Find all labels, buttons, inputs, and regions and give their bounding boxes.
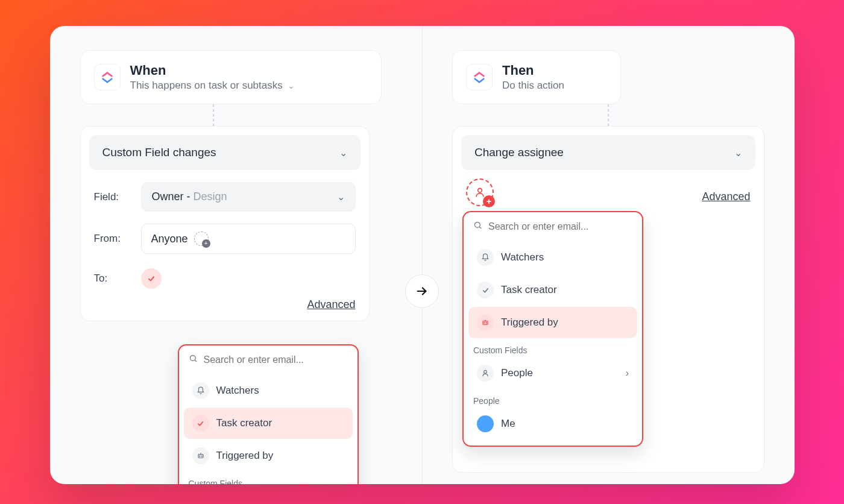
clickup-logo-icon [466, 64, 493, 90]
clickup-logo-icon [94, 64, 121, 90]
dropdown-item-label: Watchers [501, 251, 544, 263]
dropdown-item-watchers[interactable]: Watchers [468, 242, 637, 273]
svg-point-5 [201, 456, 202, 456]
field-row: Field: Owner - Design ⌄ [81, 178, 369, 215]
search-input[interactable] [488, 221, 632, 232]
dropdown-item-label: Task creator [501, 284, 557, 296]
action-panel: Change assignee ⌄ Advanced [452, 126, 764, 473]
dropdown-item-label: Triggered by [501, 317, 558, 329]
dropdown-item-label: Task creator [216, 417, 272, 429]
search-input[interactable] [204, 354, 348, 365]
svg-point-1 [190, 356, 195, 361]
dropdown-item-task-creator[interactable]: Task creator [184, 408, 353, 439]
dropdown-item-label: People [501, 367, 533, 379]
dropdown-item-task-creator[interactable]: Task creator [468, 274, 637, 306]
bell-icon [192, 382, 209, 399]
when-title: When [130, 63, 295, 78]
to-selected-check-icon[interactable] [141, 268, 162, 289]
when-header-card: When This happens on task or subtasks ⌄ [80, 50, 382, 104]
avatar [477, 415, 494, 432]
trigger-panel: Custom Field changes ⌄ Field: Owner - De… [80, 126, 370, 321]
bell-icon [477, 249, 494, 266]
svg-point-10 [475, 222, 480, 228]
robot-icon [192, 447, 209, 464]
when-column: When This happens on task or subtasks ⌄ … [50, 26, 423, 484]
chevron-down-icon: ⌄ [288, 81, 295, 90]
to-row: To: [81, 265, 369, 292]
advanced-link[interactable]: Advanced [702, 191, 750, 203]
search-icon [473, 221, 482, 232]
dropdown-item-label: Triggered by [216, 450, 274, 462]
dropdown-section-label: People [464, 390, 642, 407]
then-column: Then Do this action Change assignee ⌄ Ad… [422, 26, 795, 484]
dropdown-item-triggered-by[interactable]: Triggered by [184, 440, 353, 471]
svg-point-9 [478, 188, 482, 192]
connector-line [608, 104, 609, 126]
to-label: To: [94, 272, 130, 285]
add-assignee-icon[interactable] [466, 178, 494, 206]
from-value[interactable]: Anyone [141, 224, 356, 254]
dropdown-section-label: Custom Fields [464, 339, 642, 356]
dropdown-item-label: Watchers [216, 385, 259, 397]
check-icon [192, 415, 209, 432]
automation-builder: When This happens on task or subtasks ⌄ … [50, 26, 795, 484]
when-subtitle[interactable]: This happens on task or subtasks ⌄ [130, 80, 295, 92]
assignee-dropdown: Watchers Task creator Triggered by [462, 211, 643, 447]
svg-point-4 [199, 456, 200, 456]
dropdown-item-watchers[interactable]: Watchers [184, 375, 353, 406]
field-label: Field: [94, 191, 130, 203]
to-people-dropdown: Watchers Task creator Triggered by Custo… [178, 344, 359, 484]
svg-line-2 [195, 360, 197, 362]
dropdown-search[interactable] [464, 212, 642, 241]
dropdown-item-people-cf[interactable]: People › [468, 358, 637, 389]
search-icon [189, 354, 198, 365]
then-subtitle: Do this action [502, 80, 564, 92]
dropdown-section-label: Custom Fields [179, 473, 357, 484]
chevron-down-icon: ⌄ [734, 147, 742, 159]
dropdown-item-me[interactable]: Me [468, 408, 637, 439]
chevron-right-icon: › [626, 368, 629, 379]
connector-line [213, 104, 214, 126]
check-icon [477, 282, 494, 298]
from-label: From: [94, 233, 130, 245]
svg-point-16 [484, 370, 487, 373]
then-title: Then [502, 63, 564, 78]
svg-line-11 [479, 227, 481, 228]
advanced-link[interactable]: Advanced [307, 298, 355, 311]
add-person-icon[interactable] [194, 232, 209, 246]
dropdown-item-label: Me [501, 418, 515, 430]
person-icon [477, 365, 494, 382]
trigger-select[interactable]: Custom Field changes ⌄ [89, 135, 361, 170]
dropdown-item-triggered-by[interactable]: Triggered by [468, 307, 637, 338]
svg-point-14 [486, 323, 487, 323]
then-header-card: Then Do this action [452, 50, 621, 104]
action-select[interactable]: Change assignee ⌄ [461, 135, 755, 170]
svg-point-13 [484, 323, 485, 323]
chevron-down-icon: ⌄ [337, 191, 345, 203]
dropdown-search[interactable] [179, 345, 357, 374]
chevron-down-icon: ⌄ [339, 147, 347, 159]
robot-icon [477, 314, 494, 331]
from-row: From: Anyone [81, 220, 369, 257]
field-select[interactable]: Owner - Design ⌄ [141, 182, 356, 212]
